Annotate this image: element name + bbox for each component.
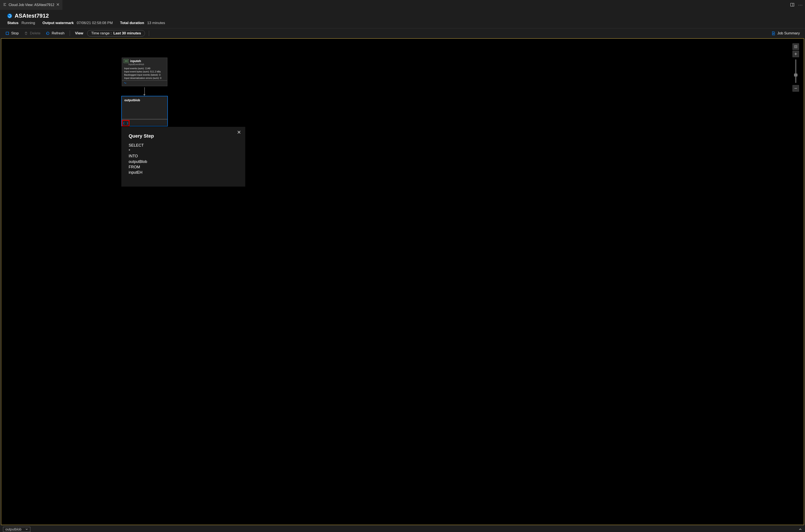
- zoom-in-button[interactable]: [792, 51, 799, 57]
- duration-value: 13 minutes: [147, 21, 165, 25]
- status-value: Running: [21, 21, 35, 25]
- toolbar: Stop Delete Refresh View Time range : L: [0, 28, 805, 38]
- svg-rect-0: [791, 3, 794, 6]
- input-node-metrics: Input events (sum): 1149 Input event byt…: [122, 65, 167, 80]
- fit-to-screen-button[interactable]: [792, 43, 799, 50]
- chevron-down-icon: [25, 528, 28, 531]
- refresh-icon: [45, 31, 50, 36]
- query-panel-title: Query Step: [129, 133, 238, 139]
- time-range-selector[interactable]: Time range : Last 30 minutes: [87, 30, 145, 37]
- script-button-highlighted[interactable]: { }: [122, 120, 129, 127]
- metric-row: Input events (sum): 1149: [124, 67, 165, 70]
- close-tab-icon[interactable]: [56, 3, 59, 7]
- watermark-value: 07/06/21 02:58:08 PM: [77, 21, 113, 25]
- link-icon[interactable]: [124, 82, 127, 85]
- query-step-panel: Query Step SELECT * INTO outputBlob FROM…: [121, 127, 245, 187]
- metric-row: Input event bytes (sum): 511.2 kBs: [124, 70, 165, 73]
- editor-tab[interactable]: Cloud Job View: ASAtest7912: [0, 0, 62, 10]
- query-line: inputEH: [129, 170, 238, 175]
- stop-icon: [5, 31, 10, 36]
- svg-point-2: [8, 15, 11, 17]
- zoom-out-button[interactable]: [792, 85, 799, 92]
- delete-label: Delete: [30, 31, 40, 36]
- stop-button[interactable]: Stop: [4, 30, 20, 36]
- view-label: View: [75, 31, 83, 36]
- svg-rect-5: [795, 46, 797, 47]
- split-editor-icon[interactable]: [790, 3, 794, 7]
- input-node[interactable]: inputeh InputEventHub Input events (sum)…: [122, 58, 167, 86]
- close-panel-button[interactable]: [237, 130, 241, 135]
- edge: [144, 87, 145, 95]
- delete-button[interactable]: Delete: [23, 30, 42, 36]
- metric-row: Backlogged input events (latest): 0: [124, 73, 165, 77]
- time-range-label: Time range :: [91, 31, 112, 36]
- svg-rect-3: [6, 32, 8, 35]
- input-node-title: inputeh: [130, 59, 141, 63]
- trash-icon: [24, 31, 28, 36]
- expand-panel-button[interactable]: [799, 528, 802, 532]
- query-line: SELECT: [129, 143, 238, 148]
- query-text: SELECT * INTO outputBlob FROM inputEH: [129, 143, 238, 175]
- job-summary-label: Job Summary: [777, 31, 800, 36]
- job-icon: [7, 14, 12, 18]
- refresh-label: Refresh: [52, 31, 65, 36]
- zoom-slider[interactable]: [795, 59, 797, 83]
- job-title: ASAtest7912: [15, 13, 49, 19]
- query-line: *: [129, 148, 238, 153]
- zoom-slider-thumb[interactable]: [794, 74, 798, 77]
- input-node-subtype: InputEventHub: [128, 63, 167, 65]
- more-actions-icon[interactable]: ···: [798, 3, 803, 7]
- braces-icon: { }: [123, 121, 128, 125]
- tab-list-icon: [3, 3, 6, 7]
- job-summary-button[interactable]: Job Summary: [770, 30, 801, 36]
- output-dropdown[interactable]: outputblob: [3, 527, 30, 532]
- title-bar: Cloud Job View: ASAtest7912 ···: [0, 0, 805, 10]
- diagram-canvas[interactable]: inputeh InputEventHub Input events (sum)…: [1, 38, 804, 525]
- view-button[interactable]: View: [74, 30, 85, 36]
- job-header: ASAtest7912 Status Running Output waterm…: [0, 10, 805, 28]
- status-label: Status: [7, 21, 18, 25]
- output-dropdown-label: outputblob: [5, 528, 21, 531]
- eventhub-icon: [124, 59, 128, 63]
- query-line: FROM: [129, 165, 238, 170]
- query-line: outputBlob: [129, 159, 238, 165]
- document-icon: [771, 31, 775, 36]
- zoom-controls: [792, 43, 799, 92]
- refresh-button[interactable]: Refresh: [44, 30, 66, 36]
- duration-label: Total duration: [120, 21, 144, 25]
- metric-row: Input deserialization errors (sum): 0: [124, 77, 165, 80]
- svg-rect-4: [794, 45, 797, 48]
- time-range-value: Last 30 minutes: [113, 31, 141, 36]
- query-line: INTO: [129, 153, 238, 159]
- edge-arrow: [143, 94, 145, 96]
- separator: [70, 31, 70, 36]
- watermark-label: Output watermark: [42, 21, 74, 25]
- stop-label: Stop: [11, 31, 19, 36]
- tab-title: Cloud Job View: ASAtest7912: [8, 3, 54, 7]
- bottom-bar: outputblob: [0, 526, 805, 532]
- separator: [149, 31, 149, 36]
- output-node-title: outputblob: [124, 98, 140, 102]
